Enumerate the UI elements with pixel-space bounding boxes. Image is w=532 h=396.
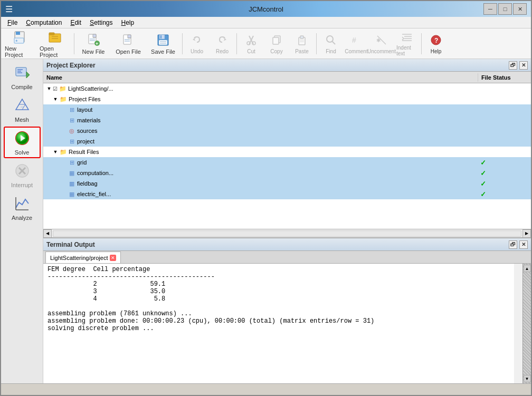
- status-bar: [1, 383, 531, 395]
- terminal-output-container: FEM degree Cell percentage -------------…: [43, 264, 531, 383]
- indent-text-button[interactable]: Indent text: [395, 30, 419, 57]
- menu-settings[interactable]: Settings: [86, 18, 117, 27]
- terminal-tab[interactable]: LightScattering/project ✕: [45, 252, 121, 263]
- svg-text:?: ?: [434, 37, 438, 44]
- undo-button[interactable]: Undo: [185, 30, 209, 57]
- panel-restore-button[interactable]: 🗗: [509, 61, 517, 70]
- redo-button[interactable]: Redo: [210, 30, 234, 57]
- explorer-body[interactable]: ▼ ☑ 📁 LightScattering/... ▼: [43, 83, 531, 229]
- svg-marker-47: [26, 72, 30, 78]
- terminal-tab-close-button[interactable]: ✕: [110, 255, 116, 261]
- help-button[interactable]: ? Help: [424, 30, 448, 57]
- terminal-tab-label: LightScattering/project: [50, 255, 108, 261]
- expand-icon: [61, 180, 67, 187]
- svg-line-33: [332, 41, 335, 44]
- tree-row[interactable]: ▦ fieldbag ✓: [43, 178, 531, 189]
- hamburger-icon[interactable]: ☰: [5, 4, 13, 14]
- uncomment-icon: ✱: [374, 33, 389, 47]
- open-project-button[interactable]: Open Project: [38, 30, 72, 57]
- mesh-label: Mesh: [15, 117, 29, 123]
- tree-row[interactable]: ⊞ materials: [43, 115, 531, 125]
- copy-icon: [269, 33, 284, 47]
- menu-file[interactable]: File: [3, 18, 22, 27]
- help-icon: ?: [429, 33, 443, 47]
- tree-row[interactable]: ⊞ grid ✓: [43, 157, 531, 168]
- scroll-right-button[interactable]: ▶: [522, 229, 531, 238]
- expand-icon[interactable]: ▼: [52, 96, 59, 102]
- project-explorer: Project Explorer 🗗 ✕ Name File Status: [43, 59, 531, 238]
- svg-text:#: #: [352, 36, 356, 44]
- new-file-icon: +: [86, 33, 101, 47]
- sidebar-mesh-button[interactable]: Mesh: [4, 94, 41, 125]
- find-button[interactable]: Find: [319, 30, 343, 57]
- save-file-icon: [156, 33, 170, 47]
- col-status-header: File Status: [478, 73, 531, 82]
- new-file-button[interactable]: + New File: [77, 30, 110, 57]
- cut-label: Cut: [247, 49, 255, 54]
- find-icon: [324, 33, 338, 47]
- minimize-button[interactable]: ─: [483, 3, 497, 15]
- fieldbag-icon: ▦: [68, 179, 76, 188]
- scroll-track[interactable]: [53, 230, 521, 237]
- tree-row[interactable]: ▼ 📁 Result Files: [43, 147, 531, 157]
- sidebar-solve-button[interactable]: Solve: [4, 127, 41, 158]
- paste-button[interactable]: Paste: [290, 30, 314, 57]
- window-controls: ─ □ ✕: [483, 3, 527, 15]
- menu-computation[interactable]: Computation: [22, 18, 66, 27]
- uncomment-button[interactable]: ✱ Uncomment: [369, 30, 394, 57]
- expand-icon[interactable]: ▼: [52, 149, 59, 155]
- expand-icon: [61, 117, 67, 123]
- comment-button[interactable]: # Comment: [344, 30, 368, 57]
- comment-icon: #: [349, 33, 364, 47]
- interrupt-icon: [14, 162, 31, 180]
- tree-node-label: materials: [77, 117, 101, 123]
- tree-node-label: computation...: [77, 170, 113, 176]
- save-file-button[interactable]: Save File: [146, 30, 180, 57]
- tree-row[interactable]: ⊞ project: [43, 136, 531, 147]
- tree-row-status: ✓: [478, 159, 531, 167]
- tree-row[interactable]: ⊞ layout: [43, 104, 531, 115]
- terminal-restore-button[interactable]: 🗗: [509, 240, 517, 249]
- copy-button[interactable]: Copy: [264, 30, 289, 57]
- expand-icon: [61, 170, 67, 176]
- tree-row[interactable]: ▦ electric_fiel... ✓: [43, 189, 531, 199]
- scroll-left-button[interactable]: ◀: [43, 229, 52, 238]
- open-file-label: Open File: [116, 49, 141, 55]
- terminal-vertical-scrollbar[interactable]: ▲ ▼: [522, 264, 531, 383]
- svg-rect-5: [49, 33, 54, 35]
- tree-row-status: ✓: [478, 169, 531, 177]
- svg-rect-18: [160, 35, 162, 38]
- tree-node-label: electric_fiel...: [77, 191, 111, 197]
- panel-controls: 🗗 ✕: [509, 61, 528, 70]
- scroll-up-button[interactable]: ▲: [524, 265, 531, 272]
- close-button[interactable]: ✕: [513, 3, 527, 15]
- tree-node-label: grid: [77, 159, 87, 166]
- uncomment-label: Uncomment: [367, 49, 396, 54]
- tree-row-status: ✓: [478, 190, 531, 198]
- explorer-horizontal-scrollbar[interactable]: ◀ ▶: [43, 229, 531, 237]
- title-bar-left: ☰: [5, 4, 13, 14]
- folder-icon: 📁: [59, 84, 67, 93]
- menu-help[interactable]: Help: [117, 18, 138, 27]
- tree-row[interactable]: ▼ ☑ 📁 LightScattering/...: [43, 83, 531, 94]
- svg-rect-27: [273, 37, 279, 44]
- panel-close-button[interactable]: ✕: [519, 61, 528, 70]
- analyze-icon: [14, 195, 31, 213]
- terminal-close-button[interactable]: ✕: [519, 240, 528, 249]
- open-file-button[interactable]: Open File: [111, 30, 145, 57]
- terminal-output[interactable]: FEM degree Cell percentage -------------…: [43, 264, 514, 383]
- new-project-button[interactable]: + New Project: [3, 30, 37, 57]
- tree-row[interactable]: ◎ sources: [43, 125, 531, 136]
- expand-icon[interactable]: ▼: [46, 85, 52, 92]
- terminal-panel: Terminal Output 🗗 ✕ LightScattering/proj…: [43, 238, 531, 383]
- tree-row[interactable]: ▼ 📁 Project Files: [43, 94, 531, 104]
- sidebar-analyze-button[interactable]: Analyze: [4, 192, 41, 224]
- sidebar-compile-button[interactable]: Compile: [4, 61, 41, 93]
- maximize-button[interactable]: □: [498, 3, 512, 15]
- sidebar-interrupt-button[interactable]: Interrupt: [4, 159, 41, 191]
- scroll-down-button[interactable]: ▼: [524, 375, 531, 382]
- cut-button[interactable]: Cut: [239, 30, 263, 57]
- status-check-icon: ✓: [480, 169, 486, 177]
- menu-edit[interactable]: Edit: [66, 18, 86, 27]
- tree-row[interactable]: ▦ computation... ✓: [43, 168, 531, 178]
